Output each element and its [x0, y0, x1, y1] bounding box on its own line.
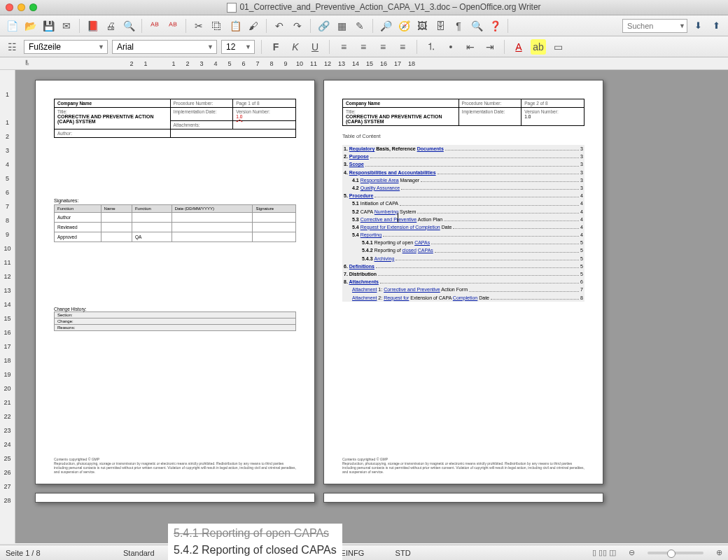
copy-button[interactable]: ⿻	[209, 18, 225, 34]
align-right-button[interactable]: ≡	[375, 39, 391, 55]
search-up-button[interactable]: ⬆	[708, 18, 724, 34]
font-size-combo[interactable]: 12▼	[221, 40, 255, 54]
preview-button[interactable]: 🔍	[121, 18, 136, 34]
signatures-table: FunctionNameFunctionDate (DD/MM/YYYY)Sig…	[54, 204, 296, 242]
save-button[interactable]: 💾	[41, 18, 56, 34]
horizontal-ruler[interactable]: ╚ 21123456789101112131415161718	[0, 57, 728, 70]
header-table: Company NameProcedure Number:Page 1 of 8…	[54, 99, 296, 138]
hyperlink-button[interactable]: 🔗	[316, 18, 331, 34]
new-button[interactable]: 📄	[4, 18, 20, 34]
vertical-ruler[interactable]: 1123456789101112131415161718192021222324…	[0, 70, 15, 543]
window-controls	[6, 4, 37, 11]
overflow-text: 5.4.1 Reporting of open CAPAs 5.4.2 Repo…	[168, 524, 342, 560]
close-button[interactable]	[6, 4, 13, 11]
status-insert[interactable]: EINFG	[341, 549, 383, 557]
navigator-button[interactable]: 🧭	[396, 18, 412, 34]
search-input[interactable]	[627, 22, 676, 30]
highlight-button[interactable]: ab	[531, 39, 546, 55]
font-name-combo[interactable]: Arial▼	[112, 40, 217, 54]
indent-more-button[interactable]: ⇥	[482, 39, 498, 55]
change-history-table: Section: Change: Reasons:	[54, 312, 296, 331]
minimize-button[interactable]	[18, 4, 25, 11]
signatures-label: Signatures:	[54, 198, 296, 203]
paragraph-style-combo[interactable]: Fußzeile▼	[24, 40, 108, 54]
draw-button[interactable]: ✎	[352, 18, 368, 34]
status-style[interactable]: Standard	[123, 549, 165, 557]
pdf-button[interactable]: 📕	[85, 18, 100, 34]
document-canvas[interactable]: Company NameProcedure Number:Page 1 of 8…	[15, 70, 728, 543]
page-2[interactable]: Company NameProcedure Number:Page 2 of 8…	[323, 80, 603, 484]
page-footer: Contents copyrighted © GMP Reproduction,…	[342, 457, 584, 474]
format-toolbar: ☷ Fußzeile▼ Arial▼ 12▼ F K U ≡ ≡ ≡ ≡ ⒈ •…	[0, 36, 728, 57]
window-title: 01_Corrective_and_Preventive_Action_CAPA…	[46, 2, 722, 13]
open-button[interactable]: 📂	[22, 18, 38, 34]
table-button[interactable]: ▦	[334, 18, 349, 34]
change-history-label: Change History:	[54, 307, 296, 312]
datasource-button[interactable]: 🗄	[433, 18, 448, 34]
search-down-button[interactable]: ⬇	[690, 18, 706, 34]
page-4-peek[interactable]	[323, 493, 603, 503]
view-layout-icons[interactable]: ▯ ▯▯ ◫	[592, 548, 616, 557]
find-button[interactable]: 🔎	[378, 18, 393, 34]
bg-color-button[interactable]: ▭	[550, 39, 566, 55]
statusbar: Seite 1 / 8 Standard Englisch (USA) EINF…	[0, 545, 728, 560]
page-1[interactable]: Company NameProcedure Number:Page 1 of 8…	[35, 80, 315, 484]
format-paint-button[interactable]: 🖌	[246, 18, 261, 34]
main-toolbar: 📄 📂 💾 ✉ 📕 🖨 🔍 ᴬᴮ ᴬᴮ ✂ ⿻ 📋 🖌 ↶ ↷ 🔗 ▦ ✎ 🔎 …	[0, 15, 728, 36]
align-left-button[interactable]: ≡	[336, 39, 351, 55]
zoom-out-button[interactable]: ⊖	[629, 548, 635, 557]
help-button[interactable]: ❓	[487, 18, 503, 34]
bold-button[interactable]: F	[268, 39, 284, 55]
number-list-button[interactable]: ⒈	[424, 39, 439, 55]
print-button[interactable]: 🖨	[103, 18, 118, 34]
bullet-list-button[interactable]: •	[443, 39, 458, 55]
zoom-slider[interactable]	[648, 552, 704, 554]
email-button[interactable]: ✉	[59, 18, 74, 34]
search-box[interactable]: ▼	[622, 19, 687, 33]
page-3-peek[interactable]	[35, 493, 315, 503]
nonprint-button[interactable]: ¶	[451, 18, 466, 34]
header-table: Company NameProcedure Number:Page 2 of 8…	[342, 99, 584, 126]
workspace: 1123456789101112131415161718192021222324…	[0, 70, 728, 543]
font-color-button[interactable]: A	[511, 39, 526, 55]
doc-icon	[227, 3, 237, 13]
text-cursor	[398, 213, 398, 223]
chevron-down-icon[interactable]: ▼	[679, 22, 685, 29]
indent-less-button[interactable]: ⇤	[463, 39, 478, 55]
italic-button[interactable]: K	[288, 39, 303, 55]
zoom-button[interactable]: 🔍	[469, 18, 484, 34]
gallery-button[interactable]: 🖼	[414, 18, 430, 34]
underline-button[interactable]: U	[307, 39, 323, 55]
align-justify-button[interactable]: ≡	[395, 39, 410, 55]
titlebar: 01_Corrective_and_Preventive_Action_CAPA…	[0, 0, 728, 15]
autospell-button[interactable]: ᴬᴮ	[165, 18, 181, 34]
cut-button[interactable]: ✂	[191, 18, 206, 34]
zoom-button[interactable]	[29, 4, 37, 11]
align-center-button[interactable]: ≡	[356, 39, 371, 55]
table-of-contents: 1. Regulatory Basis, Reference Documents…	[342, 145, 584, 302]
paste-button[interactable]: 📋	[227, 18, 243, 34]
status-std[interactable]: STD	[396, 549, 438, 557]
toc-title: Table of Content	[342, 133, 584, 139]
undo-button[interactable]: ↶	[272, 18, 287, 34]
status-page: Seite 1 / 8	[6, 549, 48, 557]
styles-button[interactable]: ☷	[4, 39, 20, 55]
page-footer: Contents copyrighted © GMP Reproduction,…	[54, 457, 296, 474]
redo-button[interactable]: ↷	[290, 18, 305, 34]
zoom-in-button[interactable]: ⊕	[716, 548, 722, 557]
spellcheck-button[interactable]: ᴬᴮ	[147, 18, 162, 34]
